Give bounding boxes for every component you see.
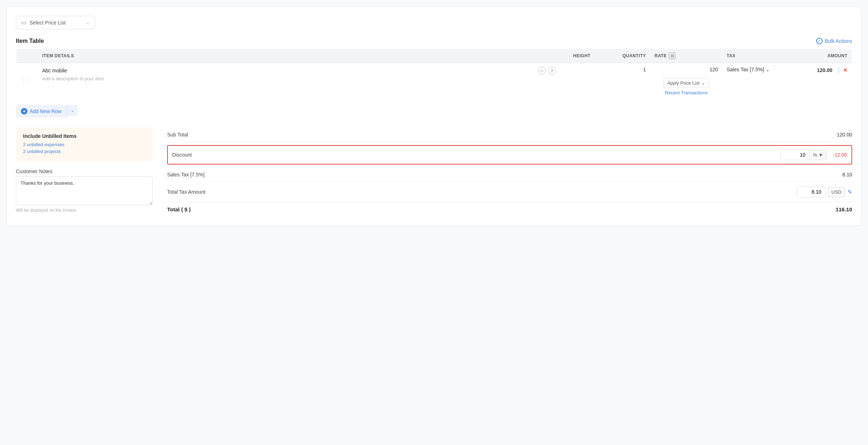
edit-icon[interactable]: ✎: [847, 189, 852, 195]
discount-input[interactable]: [780, 149, 809, 160]
bulk-actions-button[interactable]: ✓ Bulk Actions: [816, 38, 852, 44]
price-list-selector[interactable]: ▭ Select Price List ⌄: [16, 16, 95, 29]
sub-total-row: Sub Total 120.00: [167, 127, 852, 142]
height-header: Height: [560, 49, 604, 63]
price-list-icon: ▭: [21, 19, 27, 26]
add-new-row-label: Add New Row: [30, 108, 62, 114]
apply-price-list-chevron: ⌄: [701, 80, 705, 86]
item-amount-cell: 120.00 ⋮ ✕: [795, 63, 852, 99]
tax-currency-label: USD: [828, 187, 845, 197]
item-tax-value: Sales Tax [7.5%]: [727, 67, 764, 72]
discount-label: Discount: [172, 152, 192, 158]
sub-total-value: 120.00: [837, 132, 852, 138]
item-close-button[interactable]: ✕: [548, 67, 556, 75]
item-height-cell: [560, 63, 604, 99]
discount-type-button[interactable]: % ▼: [809, 150, 827, 160]
customer-notes-hint: Will be displayed on the invoice: [16, 208, 153, 213]
table-header-row: Item Details Height Quantity Rate ☷ Tax: [16, 49, 852, 63]
grand-total-value: 116.10: [836, 206, 852, 212]
grand-total-label: Total ( $ ): [167, 206, 191, 212]
item-amount-value: 120.00: [817, 67, 832, 73]
total-tax-row: Total Tax Amount USD ✎: [167, 182, 852, 202]
item-table-header: Item Table ✓ Bulk Actions: [16, 38, 852, 44]
bulk-actions-icon: ✓: [816, 38, 823, 44]
rate-header: Rate ☷: [650, 49, 722, 63]
total-tax-input-group: USD ✎: [797, 186, 852, 197]
bulk-actions-label: Bulk Actions: [825, 38, 852, 44]
customer-notes-label: Customer Notes: [16, 168, 153, 174]
recent-transactions-link[interactable]: Recent Transactions: [655, 90, 718, 95]
tax-dropdown-button[interactable]: ⌄: [766, 67, 770, 72]
rate-col-icon: ☷: [669, 53, 675, 59]
sales-tax-label: Sales Tax [7.5%]: [167, 172, 205, 177]
add-new-row-button[interactable]: + Add New Row: [16, 105, 67, 117]
quantity-header: Quantity: [604, 49, 650, 63]
row-delete-button[interactable]: ✕: [843, 67, 847, 73]
total-tax-input[interactable]: [797, 186, 826, 197]
item-table-title: Item Table: [16, 38, 44, 44]
sub-total-label: Sub Total: [167, 132, 188, 138]
tax-header: Tax: [722, 49, 795, 63]
apply-price-list-label: Apply Price List: [667, 80, 700, 86]
unbilled-expenses-link[interactable]: 2 unbilled expenses: [23, 142, 146, 147]
discount-type-chevron: ▼: [818, 152, 823, 158]
apply-price-list-button[interactable]: Apply Price List ⌄: [663, 78, 710, 88]
add-row-actions: + Add New Row ⌄: [16, 105, 852, 117]
discount-section: Discount % ▼ -12.00: [167, 142, 852, 167]
item-tax-cell: Sales Tax [7.5%] ⌄: [722, 63, 795, 99]
item-name: Abc mobile: [42, 68, 67, 73]
drag-col-header: [16, 49, 38, 63]
table-row: ⋮⋮ Abc mobile ☺ ✕ Add a description to y…: [16, 63, 852, 99]
item-rate-cell: 120 Apply Price List ⌄ Recent Transactio…: [650, 63, 722, 99]
add-row-dropdown-button[interactable]: ⌄: [67, 105, 78, 116]
discount-row: Discount % ▼ -12.00: [167, 145, 852, 165]
price-list-label: Select Price List: [30, 20, 83, 26]
discount-input-group: % ▼: [780, 149, 827, 160]
item-action-icons: ☺ ✕: [538, 67, 556, 75]
bottom-section: Include Unbilled Items 2 unbilled expens…: [16, 127, 852, 217]
row-more-button[interactable]: ⋮: [836, 67, 842, 73]
grand-total-row: Total ( $ ) 116.10: [167, 202, 852, 217]
item-rate-value[interactable]: 120: [655, 67, 718, 72]
item-details-cell: Abc mobile ☺ ✕ Add a description to your…: [38, 63, 560, 99]
discount-type-label: %: [813, 152, 817, 158]
sales-tax-value: 8.10: [842, 172, 852, 177]
amount-header: Amount: [795, 49, 852, 63]
unbilled-title: Include Unbilled Items: [23, 133, 146, 139]
item-quantity-cell[interactable]: 1: [604, 63, 650, 99]
unbilled-items-box: Include Unbilled Items 2 unbilled expens…: [16, 127, 153, 161]
sales-tax-row: Sales Tax [7.5%] 8.10: [167, 167, 852, 182]
chevron-down-icon: ⌄: [86, 20, 90, 25]
customer-notes-section: Customer Notes Will be displayed on the …: [16, 168, 153, 213]
totals-section: Sub Total 120.00 Discount % ▼: [167, 127, 852, 217]
drag-handle-icon[interactable]: ⋮⋮: [21, 78, 33, 84]
item-emoji-button[interactable]: ☺: [538, 67, 546, 75]
unbilled-projects-link[interactable]: 2 unbilled projects: [23, 149, 146, 154]
customer-notes-textarea[interactable]: [16, 176, 153, 205]
drag-handle-cell: ⋮⋮: [16, 63, 38, 99]
total-tax-label: Total Tax Amount: [167, 189, 205, 195]
discount-amount: -12.00: [833, 152, 847, 158]
item-table: Item Details Height Quantity Rate ☷ Tax: [16, 49, 852, 99]
plus-icon: +: [21, 108, 27, 114]
item-details-header: Item Details: [38, 49, 560, 63]
totals-panel: Sub Total 120.00 Discount % ▼: [167, 127, 852, 217]
item-description-placeholder[interactable]: Add a description to your item: [42, 76, 556, 81]
bottom-left-panel: Include Unbilled Items 2 unbilled expens…: [16, 127, 153, 213]
